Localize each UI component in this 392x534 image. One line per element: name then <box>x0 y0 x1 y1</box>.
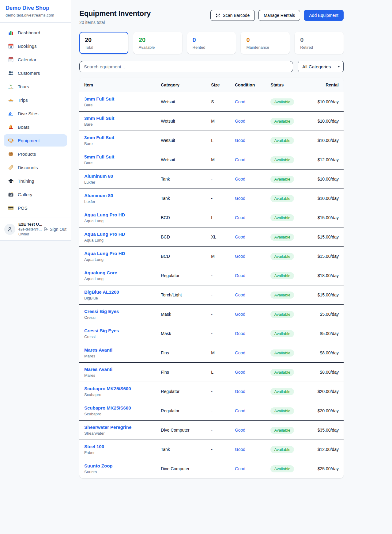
condition-link[interactable]: Good <box>235 331 245 336</box>
item-name-link[interactable]: Cressi Big Eyes <box>84 309 119 314</box>
condition-link[interactable]: Good <box>235 254 245 259</box>
sidebar-item-boats[interactable]: Boats <box>4 121 67 133</box>
condition-link[interactable]: Good <box>235 408 245 413</box>
table-row[interactable]: 3mm Full Suit Bare Wetsuit L Good Availa… <box>79 131 344 150</box>
condition-link[interactable]: Good <box>235 157 245 162</box>
table-row[interactable]: Mares Avanti Mares Fins M Good Available… <box>79 343 344 363</box>
item-category: Fins <box>156 343 206 363</box>
condition-link[interactable]: Good <box>235 196 245 201</box>
sidebar-item-gallery[interactable]: Gallery <box>4 188 67 200</box>
sign-out-icon <box>43 227 48 232</box>
table-row[interactable]: 5mm Full Suit Bare Wetsuit M Good Availa… <box>79 150 344 170</box>
stat-card-maintenance[interactable]: 0 Maintenance <box>241 32 290 54</box>
manage-rentals-button[interactable]: Manage Rentals <box>258 10 300 21</box>
item-name-link[interactable]: Aqua Lung Pro HD <box>84 231 125 237</box>
sidebar-item-label: Gallery <box>18 192 32 197</box>
item-name-link[interactable]: 3mm Full Suit <box>84 96 114 101</box>
table-row[interactable]: Aqualung Core Aqua Lung Regulator - Good… <box>79 266 344 285</box>
table-row[interactable]: Shearwater Peregrine Shearwater Dive Com… <box>79 421 344 440</box>
category-select[interactable]: All Categories <box>298 61 344 72</box>
sidebar-item-dive-sites[interactable]: Dive Sites <box>4 107 67 120</box>
condition-link[interactable]: Good <box>235 177 245 181</box>
user-role: Owner <box>18 232 40 236</box>
user-info: E2E Test U... e2e-tester@... Owner <box>18 222 40 236</box>
condition-link[interactable]: Good <box>235 466 245 471</box>
condition-link[interactable]: Good <box>235 350 245 355</box>
condition-link[interactable]: Good <box>235 235 245 239</box>
user-name: E2E Test U... <box>18 222 40 227</box>
sidebar-item-discounts[interactable]: Discounts <box>4 161 67 174</box>
item-size: M <box>206 150 230 170</box>
sidebar-item-training[interactable]: Training <box>4 175 67 187</box>
item-size: - <box>206 266 230 285</box>
table-row[interactable]: Aqua Lung Pro HD Aqua Lung BCD XL Good A… <box>79 227 344 247</box>
scan-barcode-button[interactable]: Scan Barcode <box>210 10 255 21</box>
condition-link[interactable]: Good <box>235 312 245 317</box>
table-row[interactable]: Cressi Big Eyes Cressi Mask - Good Avail… <box>79 324 344 343</box>
table-row[interactable]: Aqua Lung Pro HD Aqua Lung BCD M Good Av… <box>79 247 344 266</box>
table-row[interactable]: Aluminum 80 Luxfer Tank - Good Available… <box>79 189 344 208</box>
sidebar-item-pos[interactable]: POS <box>4 202 67 214</box>
condition-link[interactable]: Good <box>235 138 245 143</box>
user-email: e2e-tester@... <box>18 227 40 231</box>
stat-card-available[interactable]: 20 Available <box>133 32 182 54</box>
item-category: Regulator <box>156 382 206 401</box>
sidebar-item-equipment[interactable]: Equipment <box>4 134 67 147</box>
stat-card-rented[interactable]: 0 Rented <box>187 32 236 54</box>
table-row[interactable]: Cressi Big Eyes Cressi Mask - Good Avail… <box>79 305 344 324</box>
item-name-link[interactable]: 5mm Full Suit <box>84 154 114 159</box>
sidebar-item-trips[interactable]: Trips <box>4 94 67 106</box>
item-name-link[interactable]: Mares Avanti <box>84 347 112 353</box>
item-name-link[interactable]: Aluminum 80 <box>84 193 113 198</box>
item-name-link[interactable]: Steel 100 <box>84 444 104 449</box>
sidebar-item-dashboard[interactable]: Dashboard <box>4 26 67 39</box>
table-row[interactable]: Aqua Lung Pro HD Aqua Lung BCD L Good Av… <box>79 208 344 227</box>
table-row[interactable]: Scubapro MK25/S600 Scubapro Regulator - … <box>79 401 344 421</box>
item-name-link[interactable]: Aqualung Core <box>84 270 117 275</box>
item-name-link[interactable]: Aqua Lung Pro HD <box>84 212 125 217</box>
item-category: Wetsuit <box>156 112 206 131</box>
item-name-link[interactable]: Cressi Big Eyes <box>84 328 119 333</box>
item-name-link[interactable]: BigBlue AL1200 <box>84 289 119 295</box>
sidebar-item-products[interactable]: Products <box>4 148 67 160</box>
condition-link[interactable]: Good <box>235 119 245 124</box>
item-name-link[interactable]: Aluminum 80 <box>84 174 113 179</box>
sidebar-item-bookings[interactable]: 17 Bookings <box>4 40 67 52</box>
item-name-link[interactable]: Scubapro MK25/S600 <box>84 386 131 391</box>
add-equipment-button[interactable]: Add Equipment <box>304 10 344 21</box>
item-rental: $10.00/day <box>312 131 344 150</box>
item-name-link[interactable]: 3mm Full Suit <box>84 116 114 121</box>
sidebar-item-calendar[interactable]: Calendar <box>4 53 67 66</box>
item-name-link[interactable]: Scubapro MK25/S600 <box>84 405 131 410</box>
condition-link[interactable]: Good <box>235 99 245 104</box>
item-name-link[interactable]: Aqua Lung Pro HD <box>84 251 125 256</box>
sidebar-item-tours[interactable]: Tours <box>4 80 67 93</box>
sign-out-button[interactable]: Sign Out <box>43 227 66 232</box>
condition-link[interactable]: Good <box>235 292 245 297</box>
condition-link[interactable]: Good <box>235 389 245 394</box>
condition-link[interactable]: Good <box>235 428 245 433</box>
table-row[interactable]: Mares Avanti Mares Fins L Good Available… <box>79 363 344 382</box>
table-row[interactable]: Aluminum 80 Luxfer Tank - Good Available… <box>79 170 344 189</box>
search-input[interactable] <box>79 61 293 72</box>
sidebar-item-label: Dive Sites <box>18 111 39 116</box>
table-row[interactable]: BigBlue AL1200 BigBlue Torch/Light - Goo… <box>79 285 344 305</box>
condition-link[interactable]: Good <box>235 447 245 452</box>
table-row[interactable]: 3mm Full Suit Bare Wetsuit S Good Availa… <box>79 92 344 112</box>
table-row[interactable]: Suunto Zoop Suunto Dive Computer - Good … <box>79 459 344 479</box>
stat-card-total[interactable]: 20 Total <box>79 32 128 54</box>
item-name-link[interactable]: 3mm Full Suit <box>84 135 114 140</box>
item-brand: Faber <box>84 450 151 455</box>
table-row[interactable]: 3mm Full Suit Bare Wetsuit M Good Availa… <box>79 112 344 131</box>
condition-link[interactable]: Good <box>235 273 245 278</box>
stat-card-retired[interactable]: 0 Retired <box>295 32 344 54</box>
sidebar-item-customers[interactable]: Customers <box>4 67 67 79</box>
item-name-link[interactable]: Mares Avanti <box>84 367 112 372</box>
condition-link[interactable]: Good <box>235 215 245 220</box>
item-name-link[interactable]: Shearwater Peregrine <box>84 425 131 430</box>
condition-link[interactable]: Good <box>235 370 245 375</box>
table-row[interactable]: Scubapro MK25/S600 Scubapro Regulator - … <box>79 382 344 401</box>
table-row[interactable]: Steel 100 Faber Tank - Good Available $1… <box>79 440 344 459</box>
item-name-link[interactable]: Suunto Zoop <box>84 463 112 468</box>
item-rental: $12.00/day <box>312 150 344 170</box>
